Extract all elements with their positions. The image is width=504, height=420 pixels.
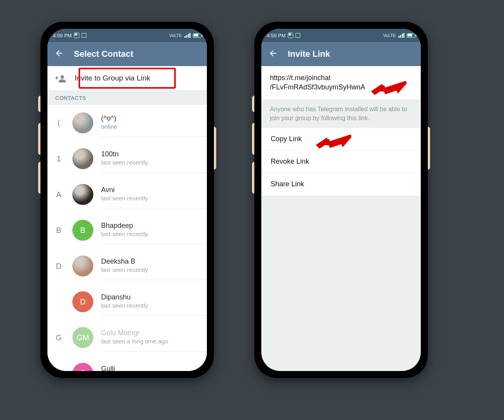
status-icon xyxy=(296,33,300,38)
avatar: B xyxy=(72,220,93,241)
contact-row[interactable]: BBBhapdeeplast seen recently xyxy=(47,212,207,248)
index-letter: 1 xyxy=(53,154,65,163)
volume-button xyxy=(252,162,254,194)
contact-row[interactable]: DDeeksha Blast seen recently xyxy=(47,248,207,284)
svg-point-0 xyxy=(61,75,64,79)
contact-name: Golu Motngr xyxy=(101,329,207,337)
phone-mockup-left: 4:59 PM VoLTE Select Contact xyxy=(40,22,214,378)
contact-row[interactable]: ((^o^)online xyxy=(47,105,207,141)
avatar: GM xyxy=(72,327,93,348)
network-label: VoLTE xyxy=(169,33,182,38)
avatar xyxy=(72,256,93,276)
contact-status: last seen a long time ago xyxy=(101,338,207,345)
status-bar: 4:59 PM VoLTE xyxy=(47,29,207,42)
svg-rect-2 xyxy=(56,76,58,79)
volume-button xyxy=(38,123,40,155)
status-time: 4:59 PM xyxy=(53,33,72,38)
contact-status: last seen recently xyxy=(101,266,207,273)
avatar xyxy=(72,184,93,205)
signal-icon xyxy=(398,33,405,38)
contact-name: Deeksha B xyxy=(101,257,207,266)
invite-link-label: Invite to Group via Link xyxy=(75,74,150,82)
contact-name: Avni xyxy=(101,186,207,194)
avatar: D xyxy=(72,291,93,312)
index-letter: G xyxy=(53,333,65,342)
battery-icon xyxy=(193,33,201,38)
contact-row[interactable]: DDipanshulast seen recently xyxy=(47,284,207,320)
contact-info: Avnilast seen recently xyxy=(101,180,207,208)
contact-name: Gulli xyxy=(101,365,207,371)
contact-info: Golu Motngrlast seen a long time ago xyxy=(101,324,207,352)
contact-row[interactable]: 1100tnlast seen recently xyxy=(47,141,207,177)
invite-link-options: Copy LinkRevoke LinkShare Link xyxy=(261,128,421,196)
status-icon xyxy=(288,33,293,38)
volume-button xyxy=(252,123,254,155)
contact-name: Dipanshu xyxy=(101,293,207,301)
volume-button xyxy=(252,96,254,112)
volume-button xyxy=(38,96,40,112)
status-icon xyxy=(82,33,86,38)
index-letter: A xyxy=(53,190,65,199)
page-title-left: Select Contact xyxy=(74,49,133,59)
option-revoke-link[interactable]: Revoke Link xyxy=(261,150,421,173)
network-label: VoLTE xyxy=(383,33,396,38)
contacts-list: ((^o^)online1100tnlast seen recentlyAAvn… xyxy=(47,105,207,371)
status-icon xyxy=(74,33,79,38)
invite-link-line1: https://t.me/joinchat xyxy=(270,73,412,82)
back-button[interactable] xyxy=(54,49,64,60)
contact-status: last seen recently xyxy=(101,231,207,238)
invite-link-text[interactable]: https://t.me/joinchat /FLvFmRAdSf3vbuymS… xyxy=(261,66,421,99)
invite-link-line2: /FLvFmRAdSf3vbuymSyHwnA xyxy=(270,82,412,92)
screen-right: 4:59 PM VoLTE Invite Link https://t.me/j… xyxy=(261,29,421,371)
phone-mockup-right: 4:59 PM VoLTE Invite Link https://t.me/j… xyxy=(254,22,428,378)
add-person-icon xyxy=(55,75,65,82)
power-button xyxy=(214,127,216,170)
contact-status: last seen recently xyxy=(101,195,207,202)
contact-info: Dipanshulast seen recently xyxy=(101,288,207,316)
contact-status: last seen recently xyxy=(101,159,207,166)
avatar: G xyxy=(72,363,93,371)
app-bar: Select Contact xyxy=(47,42,207,66)
contact-status: last seen recently xyxy=(101,302,207,309)
avatar xyxy=(72,148,93,169)
back-button[interactable] xyxy=(268,49,278,60)
index-letter: ( xyxy=(53,119,65,128)
contact-name: (^o^) xyxy=(101,114,207,122)
contact-name: Bhapdeep xyxy=(101,222,207,230)
avatar xyxy=(72,112,93,133)
contacts-header: CONTACTS xyxy=(47,90,207,105)
power-button xyxy=(428,127,430,170)
contact-info: Bhapdeeplast seen recently xyxy=(101,216,207,244)
contact-info: Gullilast seen recently xyxy=(101,359,207,371)
contact-info: Deeksha Blast seen recently xyxy=(101,252,207,280)
invite-link-row[interactable]: Invite to Group via Link xyxy=(47,66,207,90)
index-letter: D xyxy=(53,262,65,271)
contact-info: 100tnlast seen recently xyxy=(101,145,207,173)
status-bar: 4:59 PM VoLTE xyxy=(261,29,421,42)
page-title-right: Invite Link xyxy=(288,49,330,59)
contact-row[interactable]: GGullilast seen recently xyxy=(47,355,207,371)
status-time: 4:59 PM xyxy=(267,33,285,38)
contact-status: online xyxy=(101,123,207,130)
contact-info: (^o^)online xyxy=(101,109,207,137)
signal-icon xyxy=(184,33,191,38)
contact-row[interactable]: GGMGolu Motngrlast seen a long time ago xyxy=(47,320,207,355)
option-share-link[interactable]: Share Link xyxy=(261,173,421,196)
index-letter: B xyxy=(53,226,65,235)
option-copy-link[interactable]: Copy Link xyxy=(261,128,421,150)
contact-row[interactable]: AAvnilast seen recently xyxy=(47,177,207,212)
app-bar: Invite Link xyxy=(261,42,421,66)
volume-button xyxy=(38,162,40,194)
screen-left: 4:59 PM VoLTE Select Contact xyxy=(47,29,207,371)
invite-link-description: Anyone who has Telegram installed will b… xyxy=(261,99,421,128)
battery-icon xyxy=(407,33,415,38)
contact-name: 100tn xyxy=(101,150,207,158)
